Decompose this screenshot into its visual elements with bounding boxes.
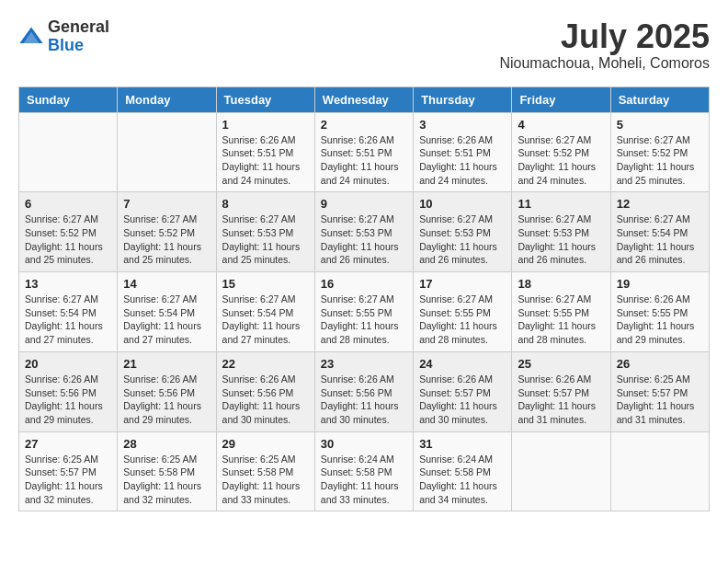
day-info: Sunrise: 6:27 AM Sunset: 5:52 PM Dayligh… bbox=[25, 213, 111, 267]
week-row-5: 27Sunrise: 6:25 AM Sunset: 5:57 PM Dayli… bbox=[19, 431, 710, 511]
day-number: 9 bbox=[321, 197, 407, 211]
week-row-4: 20Sunrise: 6:26 AM Sunset: 5:56 PM Dayli… bbox=[19, 351, 710, 431]
day-info: Sunrise: 6:26 AM Sunset: 5:51 PM Dayligh… bbox=[419, 133, 506, 188]
day-info: Sunrise: 6:25 AM Sunset: 5:57 PM Dayligh… bbox=[25, 453, 111, 507]
day-number: 16 bbox=[321, 277, 407, 291]
day-cell: 13Sunrise: 6:27 AM Sunset: 5:54 PM Dayli… bbox=[19, 272, 118, 352]
day-number: 27 bbox=[25, 437, 111, 451]
day-number: 17 bbox=[419, 277, 506, 291]
day-cell: 14Sunrise: 6:27 AM Sunset: 5:54 PM Dayli… bbox=[118, 272, 216, 352]
header-day-thursday: Thursday bbox=[414, 86, 512, 112]
day-info: Sunrise: 6:27 AM Sunset: 5:55 PM Dayligh… bbox=[321, 293, 407, 347]
day-info: Sunrise: 6:27 AM Sunset: 5:54 PM Dayligh… bbox=[222, 293, 309, 347]
day-cell: 8Sunrise: 6:27 AM Sunset: 5:53 PM Daylig… bbox=[216, 192, 314, 272]
day-cell: 16Sunrise: 6:27 AM Sunset: 5:55 PM Dayli… bbox=[314, 272, 413, 352]
day-info: Sunrise: 6:27 AM Sunset: 5:52 PM Dayligh… bbox=[518, 133, 604, 188]
day-cell: 1Sunrise: 6:26 AM Sunset: 5:51 PM Daylig… bbox=[216, 112, 314, 192]
day-number: 21 bbox=[123, 357, 210, 371]
month-title: July 2025 bbox=[499, 18, 710, 55]
day-info: Sunrise: 6:27 AM Sunset: 5:54 PM Dayligh… bbox=[25, 293, 111, 347]
day-info: Sunrise: 6:26 AM Sunset: 5:56 PM Dayligh… bbox=[123, 373, 210, 427]
week-row-3: 13Sunrise: 6:27 AM Sunset: 5:54 PM Dayli… bbox=[19, 272, 710, 352]
day-cell bbox=[118, 112, 216, 192]
day-cell: 28Sunrise: 6:25 AM Sunset: 5:58 PM Dayli… bbox=[118, 431, 216, 511]
day-cell: 10Sunrise: 6:27 AM Sunset: 5:53 PM Dayli… bbox=[414, 192, 512, 272]
day-info: Sunrise: 6:24 AM Sunset: 5:58 PM Dayligh… bbox=[321, 453, 407, 507]
day-cell: 30Sunrise: 6:24 AM Sunset: 5:58 PM Dayli… bbox=[314, 431, 413, 511]
day-cell: 7Sunrise: 6:27 AM Sunset: 5:52 PM Daylig… bbox=[118, 192, 216, 272]
day-cell: 4Sunrise: 6:27 AM Sunset: 5:52 PM Daylig… bbox=[512, 112, 610, 192]
day-number: 11 bbox=[518, 197, 604, 211]
day-number: 28 bbox=[123, 437, 210, 451]
day-info: Sunrise: 6:26 AM Sunset: 5:56 PM Dayligh… bbox=[321, 373, 407, 427]
day-cell: 31Sunrise: 6:24 AM Sunset: 5:58 PM Dayli… bbox=[414, 431, 512, 511]
day-info: Sunrise: 6:27 AM Sunset: 5:53 PM Dayligh… bbox=[419, 213, 506, 267]
day-cell: 19Sunrise: 6:26 AM Sunset: 5:55 PM Dayli… bbox=[610, 272, 709, 352]
day-cell: 20Sunrise: 6:26 AM Sunset: 5:56 PM Dayli… bbox=[19, 351, 118, 431]
day-cell: 12Sunrise: 6:27 AM Sunset: 5:54 PM Dayli… bbox=[610, 192, 709, 272]
title-block: July 2025 Nioumachoua, Moheli, Comoros bbox=[499, 18, 710, 72]
calendar-table: SundayMondayTuesdayWednesdayThursdayFrid… bbox=[18, 86, 710, 512]
day-cell bbox=[512, 431, 610, 511]
day-cell bbox=[19, 112, 118, 192]
day-info: Sunrise: 6:25 AM Sunset: 5:58 PM Dayligh… bbox=[222, 453, 309, 507]
header-row: SundayMondayTuesdayWednesdayThursdayFrid… bbox=[19, 86, 710, 112]
day-info: Sunrise: 6:27 AM Sunset: 5:52 PM Dayligh… bbox=[123, 213, 210, 267]
week-row-1: 1Sunrise: 6:26 AM Sunset: 5:51 PM Daylig… bbox=[19, 112, 710, 192]
day-info: Sunrise: 6:27 AM Sunset: 5:55 PM Dayligh… bbox=[419, 293, 506, 347]
header-day-wednesday: Wednesday bbox=[314, 86, 413, 112]
day-cell: 9Sunrise: 6:27 AM Sunset: 5:53 PM Daylig… bbox=[314, 192, 413, 272]
day-number: 2 bbox=[321, 118, 407, 132]
header-day-monday: Monday bbox=[118, 86, 216, 112]
day-number: 13 bbox=[25, 277, 111, 291]
day-info: Sunrise: 6:27 AM Sunset: 5:53 PM Dayligh… bbox=[518, 213, 604, 267]
day-number: 20 bbox=[25, 357, 111, 371]
day-number: 23 bbox=[321, 357, 407, 371]
day-info: Sunrise: 6:26 AM Sunset: 5:55 PM Dayligh… bbox=[617, 293, 703, 347]
day-cell: 23Sunrise: 6:26 AM Sunset: 5:56 PM Dayli… bbox=[314, 351, 413, 431]
day-number: 18 bbox=[518, 277, 604, 291]
location-title: Nioumachoua, Moheli, Comoros bbox=[499, 55, 710, 72]
calendar-header: SundayMondayTuesdayWednesdayThursdayFrid… bbox=[19, 86, 710, 112]
logo-general-text: General bbox=[48, 18, 109, 37]
day-cell: 24Sunrise: 6:26 AM Sunset: 5:57 PM Dayli… bbox=[414, 351, 512, 431]
day-number: 31 bbox=[419, 437, 506, 451]
day-cell: 3Sunrise: 6:26 AM Sunset: 5:51 PM Daylig… bbox=[414, 112, 512, 192]
day-number: 7 bbox=[123, 197, 210, 211]
logo-text: General Blue bbox=[48, 18, 109, 55]
day-cell: 11Sunrise: 6:27 AM Sunset: 5:53 PM Dayli… bbox=[512, 192, 610, 272]
day-info: Sunrise: 6:27 AM Sunset: 5:53 PM Dayligh… bbox=[222, 213, 309, 267]
day-info: Sunrise: 6:27 AM Sunset: 5:52 PM Dayligh… bbox=[617, 133, 703, 188]
day-cell: 15Sunrise: 6:27 AM Sunset: 5:54 PM Dayli… bbox=[216, 272, 314, 352]
day-info: Sunrise: 6:25 AM Sunset: 5:57 PM Dayligh… bbox=[617, 373, 703, 427]
day-number: 26 bbox=[617, 357, 703, 371]
day-info: Sunrise: 6:24 AM Sunset: 5:58 PM Dayligh… bbox=[419, 453, 506, 507]
week-row-2: 6Sunrise: 6:27 AM Sunset: 5:52 PM Daylig… bbox=[19, 192, 710, 272]
day-cell: 22Sunrise: 6:26 AM Sunset: 5:56 PM Dayli… bbox=[216, 351, 314, 431]
calendar-body: 1Sunrise: 6:26 AM Sunset: 5:51 PM Daylig… bbox=[19, 112, 710, 511]
day-info: Sunrise: 6:25 AM Sunset: 5:58 PM Dayligh… bbox=[123, 453, 210, 507]
day-number: 19 bbox=[617, 277, 703, 291]
day-number: 10 bbox=[419, 197, 506, 211]
day-info: Sunrise: 6:26 AM Sunset: 5:56 PM Dayligh… bbox=[222, 373, 309, 427]
day-number: 1 bbox=[222, 118, 309, 132]
day-number: 4 bbox=[518, 118, 604, 132]
day-cell: 27Sunrise: 6:25 AM Sunset: 5:57 PM Dayli… bbox=[19, 431, 118, 511]
header-day-saturday: Saturday bbox=[610, 86, 709, 112]
day-info: Sunrise: 6:27 AM Sunset: 5:54 PM Dayligh… bbox=[617, 213, 703, 267]
day-info: Sunrise: 6:26 AM Sunset: 5:56 PM Dayligh… bbox=[25, 373, 111, 427]
day-number: 15 bbox=[222, 277, 309, 291]
day-number: 25 bbox=[518, 357, 604, 371]
day-cell: 2Sunrise: 6:26 AM Sunset: 5:51 PM Daylig… bbox=[314, 112, 413, 192]
logo-blue-text: Blue bbox=[48, 37, 109, 55]
day-info: Sunrise: 6:26 AM Sunset: 5:51 PM Dayligh… bbox=[222, 133, 309, 188]
day-number: 14 bbox=[123, 277, 210, 291]
day-number: 30 bbox=[321, 437, 407, 451]
day-cell: 21Sunrise: 6:26 AM Sunset: 5:56 PM Dayli… bbox=[118, 351, 216, 431]
day-cell: 26Sunrise: 6:25 AM Sunset: 5:57 PM Dayli… bbox=[610, 351, 709, 431]
day-cell: 29Sunrise: 6:25 AM Sunset: 5:58 PM Dayli… bbox=[216, 431, 314, 511]
day-number: 22 bbox=[222, 357, 309, 371]
header-day-sunday: Sunday bbox=[19, 86, 118, 112]
day-number: 6 bbox=[25, 197, 111, 211]
day-info: Sunrise: 6:26 AM Sunset: 5:51 PM Dayligh… bbox=[321, 133, 407, 188]
